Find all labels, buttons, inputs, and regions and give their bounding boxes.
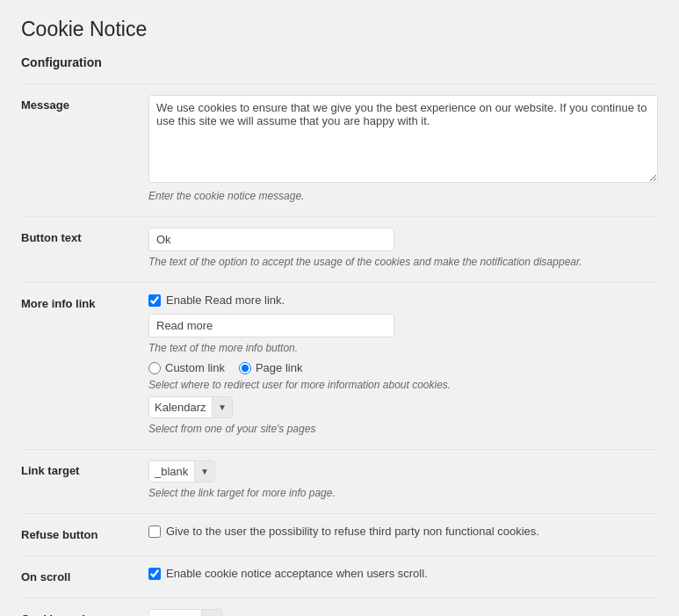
page-select-container: Kalendarz ▼ bbox=[148, 396, 233, 418]
section-title: Configuration bbox=[21, 55, 658, 69]
link-target-label: Link target bbox=[21, 464, 79, 477]
link-target-select[interactable]: _blank bbox=[149, 461, 194, 482]
on-scroll-label: On scroll bbox=[21, 570, 70, 583]
custom-link-text: Custom link bbox=[165, 361, 225, 374]
enable-read-more-checkbox[interactable] bbox=[148, 294, 161, 307]
page-link-radio[interactable] bbox=[239, 362, 251, 374]
message-row: Message We use cookies to ensure that we… bbox=[21, 84, 658, 217]
cookie-expiry-select-container: 1 month ▼ bbox=[148, 609, 222, 616]
button-text-input[interactable] bbox=[148, 228, 394, 251]
link-target-row: Link target _blank ▼ Select the link tar… bbox=[21, 450, 658, 514]
read-more-help: The text of the more info button. bbox=[148, 342, 658, 354]
button-text-label: Button text bbox=[21, 231, 82, 244]
on-scroll-checkbox-label[interactable]: Enable cookie notice acceptance when use… bbox=[148, 567, 658, 580]
page-select-help: Select from one of your site's pages bbox=[148, 423, 658, 435]
page-link-label[interactable]: Page link bbox=[239, 361, 302, 374]
cookie-expiry-arrow-icon: ▼ bbox=[201, 610, 221, 616]
refuse-button-label: Refuse button bbox=[21, 528, 98, 541]
enable-read-more-text: Enable Read more link. bbox=[166, 294, 285, 307]
button-text-help: The text of the option to accept the usa… bbox=[148, 256, 658, 268]
enable-read-more-label[interactable]: Enable Read more link. bbox=[148, 294, 658, 307]
cookie-expiry-row: Cookie expiry 1 month ▼ The ammount of t… bbox=[21, 598, 658, 617]
message-textarea[interactable]: We use cookies to ensure that we give yo… bbox=[148, 95, 658, 183]
more-info-label: More info link bbox=[21, 297, 96, 310]
link-target-help: Select the link target for more info pag… bbox=[148, 487, 658, 499]
link-target-arrow-icon: ▼ bbox=[194, 461, 214, 482]
message-help: Enter the cookie notice message. bbox=[148, 190, 658, 202]
button-text-row: Button text The text of the option to ac… bbox=[21, 217, 658, 283]
page-select[interactable]: Kalendarz bbox=[149, 397, 212, 417]
more-info-row: More info link Enable Read more link. Th… bbox=[21, 283, 658, 450]
on-scroll-text: Enable cookie notice acceptance when use… bbox=[166, 567, 428, 580]
custom-link-radio[interactable] bbox=[148, 362, 161, 374]
page-select-arrow-icon: ▼ bbox=[212, 397, 232, 417]
on-scroll-checkbox[interactable] bbox=[148, 568, 161, 580]
refuse-button-checkbox[interactable] bbox=[148, 525, 161, 538]
on-scroll-row: On scroll Enable cookie notice acceptanc… bbox=[21, 556, 658, 598]
link-type-radio-group: Custom link Page link bbox=[148, 361, 658, 374]
page-link-text: Page link bbox=[256, 361, 302, 374]
custom-link-label[interactable]: Custom link bbox=[148, 361, 225, 374]
page-title: Cookie Notice bbox=[21, 18, 658, 41]
link-target-select-container: _blank ▼ bbox=[148, 460, 215, 482]
redirect-help: Select where to redirect user for more i… bbox=[148, 379, 658, 391]
read-more-input[interactable] bbox=[148, 314, 394, 337]
message-label: Message bbox=[21, 98, 69, 112]
refuse-button-text: Give to the user the possibility to refu… bbox=[166, 525, 539, 538]
cookie-expiry-label: Cookie expiry bbox=[21, 612, 96, 616]
refuse-button-row: Refuse button Give to the user the possi… bbox=[21, 514, 658, 556]
cookie-expiry-select[interactable]: 1 month bbox=[149, 610, 201, 616]
refuse-button-checkbox-label[interactable]: Give to the user the possibility to refu… bbox=[148, 525, 658, 538]
config-form: Message We use cookies to ensure that we… bbox=[21, 83, 658, 616]
